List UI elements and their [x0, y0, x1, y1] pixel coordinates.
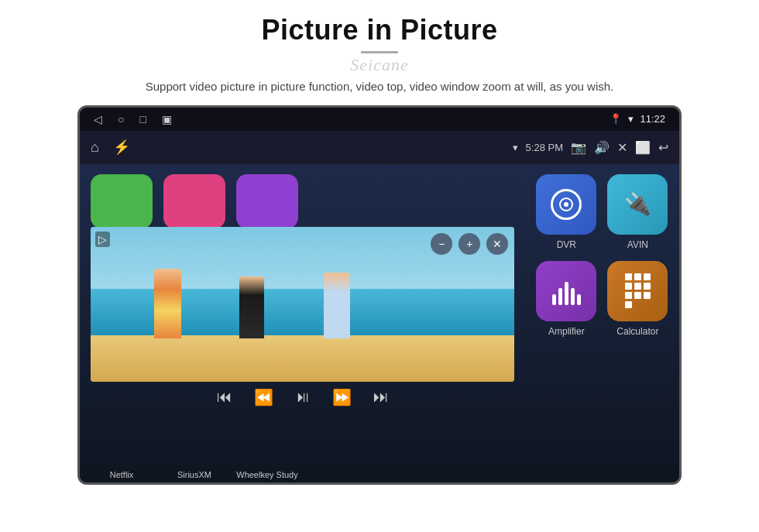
volume-toolbar-icon[interactable]: 🔊: [594, 140, 610, 155]
app-item-avin[interactable]: 🔌 AVIN: [607, 174, 668, 250]
location-icon: 📍: [610, 113, 622, 125]
app-icon-wheelkey-partial[interactable]: [236, 174, 298, 228]
bottom-app-labels: Netflix SiriusXM Wheelkey Study: [80, 465, 525, 482]
next-track-icon[interactable]: ⏭: [373, 388, 389, 406]
usb-toolbar-icon[interactable]: ⚡: [113, 139, 130, 156]
amp-bar-5: [577, 294, 581, 305]
calc-key-4: [625, 283, 632, 290]
app-name-amplifier: Amplifier: [548, 326, 585, 337]
pip-play-icon[interactable]: ▷: [95, 232, 110, 247]
toolbar: ⌂ ⚡ ▾ 5:28 PM 📷 🔊 ✕ ⬜ ↩: [80, 131, 679, 165]
person-3: [324, 273, 350, 338]
screenshot-nav-icon[interactable]: ▣: [162, 113, 172, 125]
beach-sand: [91, 335, 514, 382]
app-icon-netflix-partial[interactable]: [91, 174, 153, 228]
left-apps-col: ▷ − + ✕ ⏮ ⏪ ⏯: [80, 165, 525, 482]
app-icon-avin: 🔌: [607, 174, 668, 235]
amp-bar-2: [558, 288, 562, 305]
app-item-amplifier[interactable]: Amplifier: [536, 261, 596, 337]
fullscreen-toolbar-icon[interactable]: ⬜: [635, 140, 651, 155]
avin-symbol: 🔌: [624, 191, 651, 217]
app-icon-dvr: [536, 174, 596, 235]
wifi-icon: ▾: [628, 113, 634, 125]
fast-forward-icon[interactable]: ⏩: [332, 388, 352, 407]
calc-key-6: [644, 283, 651, 290]
right-apps-col: DVR 🔌 AVIN: [525, 165, 679, 482]
close-toolbar-icon[interactable]: ✕: [617, 140, 627, 155]
top-app-row: [80, 165, 525, 227]
page-title: Picture in Picture: [261, 14, 497, 46]
person-1: [154, 269, 181, 338]
dvr-symbol: [551, 189, 582, 220]
amp-symbol: [552, 277, 581, 305]
pip-controls-bar: − + ✕: [431, 233, 508, 255]
app-row-amp-calc: Amplifier: [536, 261, 668, 337]
toolbar-right: ▾ 5:28 PM 📷 🔊 ✕ ⬜ ↩: [513, 140, 668, 155]
pip-video: ▷ − + ✕: [91, 227, 514, 382]
app-label-sirius: SiriusXM: [163, 470, 225, 479]
calc-key-8: [634, 292, 641, 299]
app-icon-calculator: [607, 261, 668, 321]
page-wrapper: Picture in Picture Seicane Support video…: [0, 0, 759, 532]
amp-bar-4: [571, 288, 575, 305]
amp-bar-3: [565, 282, 568, 305]
pip-close-button[interactable]: ✕: [486, 233, 508, 255]
device-frame: ◁ ○ □ ▣ 📍 ▾ 11:22 ⌂ ⚡ ▾ 5:28 PM 📷 🔊: [77, 105, 682, 485]
app-icon-sirius-partial[interactable]: [163, 174, 225, 228]
home-toolbar-icon[interactable]: ⌂: [91, 139, 99, 156]
toolbar-time: 5:28 PM: [526, 142, 563, 153]
calc-key-2: [634, 273, 641, 280]
pip-container: ▷ − + ✕ ⏮ ⏪ ⏯: [91, 227, 514, 465]
app-icon-amplifier: [536, 261, 596, 321]
play-pause-icon[interactable]: ⏯: [295, 388, 311, 406]
calc-key-wide: [625, 301, 632, 308]
media-controls: ⏮ ⏪ ⏯ ⏩ ⏭: [91, 382, 514, 413]
person-2: [239, 276, 264, 338]
app-name-dvr: DVR: [557, 239, 576, 250]
app-grid-area: ▷ − + ✕ ⏮ ⏪ ⏯: [80, 165, 679, 482]
app-item-dvr[interactable]: DVR: [536, 174, 596, 250]
pip-expand-button[interactable]: +: [458, 233, 480, 255]
back-toolbar-icon[interactable]: ↩: [658, 140, 668, 155]
status-bar: ◁ ○ □ ▣ 📍 ▾ 11:22: [80, 108, 679, 131]
title-underline: [361, 51, 398, 53]
watermark: Seicane: [350, 55, 408, 75]
camera-toolbar-icon[interactable]: 📷: [571, 140, 586, 155]
app-name-avin: AVIN: [627, 239, 648, 250]
rewind-icon[interactable]: ⏪: [254, 388, 273, 407]
back-nav-icon[interactable]: ◁: [94, 113, 102, 125]
calc-key-7: [625, 292, 632, 299]
calc-key-1: [625, 273, 632, 280]
calc-key-3: [644, 273, 651, 280]
main-content: ▷ − + ✕ ⏮ ⏪ ⏯: [80, 165, 679, 482]
app-label-netflix: Netflix: [91, 470, 153, 479]
subtitle: Support video picture in picture functio…: [146, 78, 613, 96]
app-item-calculator[interactable]: Calculator: [607, 261, 668, 337]
pip-minimize-button[interactable]: −: [431, 233, 452, 255]
calc-key-5: [634, 283, 641, 290]
app-name-calculator: Calculator: [616, 326, 658, 337]
status-nav: ◁ ○ □ ▣: [94, 113, 172, 125]
wifi-toolbar-icon: ▾: [513, 142, 518, 153]
status-right: 📍 ▾ 11:22: [610, 113, 665, 125]
calc-key-9: [644, 292, 651, 299]
prev-track-icon[interactable]: ⏮: [217, 388, 232, 406]
home-nav-icon[interactable]: ○: [118, 113, 124, 125]
dvr-dot: [564, 202, 568, 207]
clock: 11:22: [640, 113, 665, 125]
app-label-wheelkey: Wheelkey Study: [236, 470, 298, 479]
toolbar-left: ⌂ ⚡: [91, 139, 130, 156]
app-row-dvr-avin: DVR 🔌 AVIN: [536, 174, 668, 250]
calc-symbol: [623, 272, 652, 310]
amp-bar-1: [552, 294, 556, 305]
recents-nav-icon[interactable]: □: [139, 113, 146, 125]
